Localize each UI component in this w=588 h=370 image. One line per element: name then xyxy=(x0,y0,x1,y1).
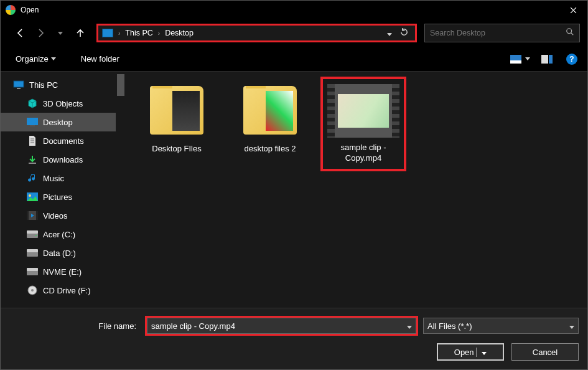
desktop-icon xyxy=(27,117,38,127)
pictures-icon xyxy=(27,192,38,202)
folder-item[interactable]: Desktop FIles xyxy=(134,77,220,159)
tree-label: Music xyxy=(43,174,64,183)
button-row: Open Cancel xyxy=(9,343,579,361)
document-icon xyxy=(27,136,38,146)
svg-rect-5 xyxy=(14,81,24,87)
sidebar-scrollbar[interactable] xyxy=(116,72,126,308)
filename-row: File name: sample clip - Copy.mp4 All Fi… xyxy=(9,316,579,336)
search-box[interactable] xyxy=(424,24,580,42)
tree-label: Documents xyxy=(43,136,84,146)
tree-label: Pictures xyxy=(43,192,72,202)
cube-icon xyxy=(27,98,38,108)
chevron-down-icon xyxy=(569,321,574,331)
tree-item-downloads[interactable]: Downloads xyxy=(1,150,116,169)
filename-label: File name: xyxy=(9,321,140,331)
cancel-button[interactable]: Cancel xyxy=(511,343,579,361)
filetype-combo[interactable]: All Files (*.*) xyxy=(423,318,579,334)
window-title: Open xyxy=(21,6,559,14)
refresh-button[interactable] xyxy=(396,27,413,39)
svg-point-0 xyxy=(567,29,572,34)
file-label: sample clip - Copy.mp4 xyxy=(325,143,401,164)
tree-item-3d-objects[interactable]: 3D Objects xyxy=(1,94,116,113)
help-button[interactable]: ? xyxy=(566,54,577,65)
tree-label: 3D Objects xyxy=(43,99,83,108)
breadcrumb-desktop[interactable]: Desktop xyxy=(161,29,197,37)
bottom-panel: File name: sample clip - Copy.mp4 All Fi… xyxy=(1,308,587,369)
filename-combo[interactable]: sample clip - Copy.mp4 xyxy=(147,318,416,334)
svg-rect-6 xyxy=(17,88,21,89)
svg-rect-3 xyxy=(541,55,548,64)
recent-dropdown[interactable] xyxy=(52,24,69,42)
back-button[interactable] xyxy=(12,24,29,42)
tree-label: Data (D:) xyxy=(43,249,76,258)
breadcrumb-this-pc[interactable]: This PC xyxy=(121,29,156,37)
file-list[interactable]: Desktop FIles desktop files 2 sample cli… xyxy=(126,72,587,308)
chevron-down-icon xyxy=(407,321,412,331)
search-icon xyxy=(566,27,574,39)
svg-rect-9 xyxy=(29,163,36,164)
tree-label: This PC xyxy=(29,80,58,90)
monitor-icon xyxy=(102,29,113,37)
breadcrumb-sep: › xyxy=(157,30,161,37)
sidebar: This PC 3D Objects Desktop Documents Dow… xyxy=(1,72,126,308)
chevron-down-icon xyxy=(525,57,530,60)
svg-rect-18 xyxy=(27,252,38,257)
chevron-down-icon xyxy=(387,33,392,36)
address-history-button[interactable] xyxy=(383,27,396,39)
tree-item-drive-e[interactable]: NVME (E:) xyxy=(1,262,116,281)
tree-label: CD Drive (F:) xyxy=(43,286,91,295)
tree-item-videos[interactable]: Videos xyxy=(1,206,116,225)
close-button[interactable] xyxy=(559,1,587,19)
tree-label: Downloads xyxy=(43,155,83,164)
tree-item-documents[interactable]: Documents xyxy=(1,131,116,150)
open-button[interactable]: Open xyxy=(437,343,504,361)
tree-label: NVME (E:) xyxy=(43,267,82,277)
organize-button[interactable]: Organize xyxy=(11,52,61,66)
download-icon xyxy=(27,154,38,164)
cancel-label: Cancel xyxy=(533,348,558,357)
new-folder-button[interactable]: New folder xyxy=(76,52,124,66)
tree-item-desktop[interactable]: Desktop xyxy=(1,113,116,131)
up-button[interactable] xyxy=(72,24,89,42)
main: This PC 3D Objects Desktop Documents Dow… xyxy=(1,72,587,308)
svg-rect-13 xyxy=(27,211,29,220)
chevron-down-icon xyxy=(51,57,56,60)
preview-pane-button[interactable] xyxy=(535,52,559,66)
tree-item-cd-drive[interactable]: CD Drive (F:) xyxy=(1,281,116,300)
svg-rect-21 xyxy=(27,268,38,271)
filename-wrap: sample clip - Copy.mp4 xyxy=(145,316,418,336)
search-input[interactable] xyxy=(430,29,566,37)
drive-icon xyxy=(27,229,38,239)
address-bar[interactable]: › This PC › Desktop xyxy=(96,24,417,42)
filetype-value: All Files (*.*) xyxy=(427,321,569,331)
tree-item-drive-c[interactable]: Acer (C:) xyxy=(1,225,116,244)
drive-icon xyxy=(27,248,38,258)
svg-point-11 xyxy=(29,194,31,197)
file-label: desktop files 2 xyxy=(244,144,296,154)
tree-item-music[interactable]: Music xyxy=(1,169,116,187)
video-item-selected[interactable]: sample clip - Copy.mp4 xyxy=(320,77,406,171)
scrollbar-thumb[interactable] xyxy=(117,74,124,96)
titlebar: Open xyxy=(1,1,587,19)
tree-item-drive-d[interactable]: Data (D:) xyxy=(1,244,116,262)
svg-rect-7 xyxy=(27,118,38,125)
forward-button[interactable] xyxy=(32,24,49,42)
tree-item-pictures[interactable]: Pictures xyxy=(1,187,116,206)
view-mode-button[interactable] xyxy=(504,52,535,66)
video-thumbnail xyxy=(327,84,399,138)
file-label: Desktop FIles xyxy=(152,144,201,154)
tree-label: Acer (C:) xyxy=(43,230,75,239)
chevron-down-icon xyxy=(58,32,63,35)
organize-label: Organize xyxy=(16,54,49,64)
toolbar: Organize New folder ? xyxy=(1,47,587,72)
chevron-down-icon xyxy=(482,352,487,355)
drive-icon xyxy=(27,267,38,277)
monitor-icon xyxy=(13,80,24,90)
new-folder-label: New folder xyxy=(81,54,119,64)
folder-icon xyxy=(150,86,203,135)
svg-rect-2 xyxy=(510,60,521,64)
folder-item[interactable]: desktop files 2 xyxy=(227,77,313,159)
tree-item-this-pc[interactable]: This PC xyxy=(1,75,116,94)
svg-rect-19 xyxy=(27,249,38,252)
breadcrumb-sep: › xyxy=(117,30,121,37)
